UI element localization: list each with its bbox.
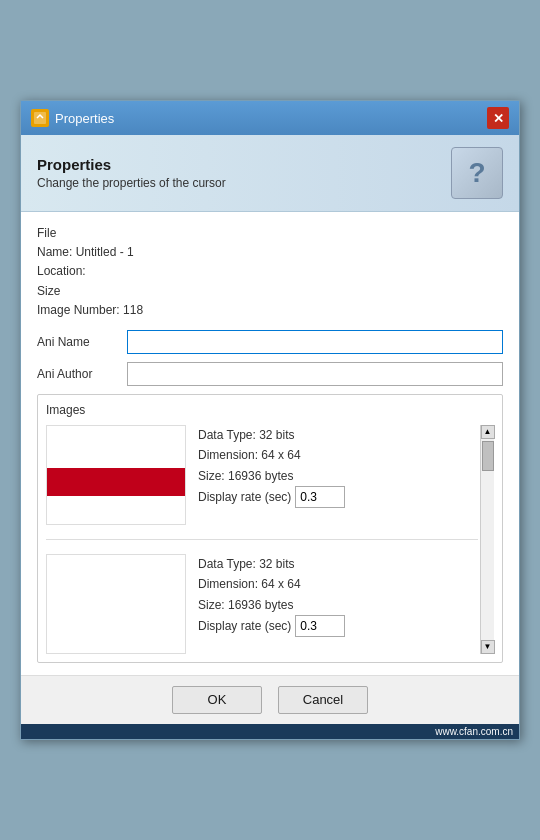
name-label: Name: Untitled - 1 (37, 243, 503, 262)
scroll-down-arrow[interactable]: ▼ (481, 640, 495, 654)
ani-author-input[interactable] (127, 362, 503, 386)
image-item-2: Data Type: 32 bits Dimension: 64 x 64 Si… (46, 554, 478, 654)
size-label: Size (37, 282, 503, 301)
close-button[interactable]: ✕ (487, 107, 509, 129)
size-1: Size: 16936 bytes (198, 466, 478, 486)
display-rate-label-2: Display rate (sec) (198, 616, 291, 636)
title-bar-text: Properties (55, 111, 114, 126)
display-rate-row-2: Display rate (sec) (198, 615, 478, 637)
title-bar-left: Properties (31, 109, 114, 127)
file-info-section: File Name: Untitled - 1 Location: Size I… (37, 224, 503, 320)
size-2: Size: 16936 bytes (198, 595, 478, 615)
cancel-button[interactable]: Cancel (278, 686, 368, 714)
image-item-1: Data Type: 32 bits Dimension: 64 x 64 Si… (46, 425, 478, 525)
images-wrapper: Data Type: 32 bits Dimension: 64 x 64 Si… (46, 425, 494, 654)
data-type-2: Data Type: 32 bits (198, 554, 478, 574)
divider-1 (46, 539, 478, 540)
red-bar (47, 468, 185, 496)
rate-input-1[interactable] (295, 486, 345, 508)
images-container: Data Type: 32 bits Dimension: 64 x 64 Si… (46, 425, 478, 654)
image-number-label: Image Number: 118 (37, 301, 503, 320)
scroll-thumb[interactable] (482, 441, 494, 471)
ok-button[interactable]: OK (172, 686, 262, 714)
image-thumb-2 (46, 554, 186, 654)
header-text: Properties Change the properties of the … (37, 156, 226, 190)
location-label: Location: (37, 262, 503, 281)
ani-name-row: Ani Name (37, 330, 503, 354)
header-section: Properties Change the properties of the … (21, 135, 519, 212)
display-rate-row-1: Display rate (sec) (198, 486, 478, 508)
header-subtitle: Change the properties of the cursor (37, 176, 226, 190)
title-bar: Properties ✕ (21, 101, 519, 135)
content-area: File Name: Untitled - 1 Location: Size I… (21, 212, 519, 675)
file-label: File (37, 224, 503, 243)
data-type-1: Data Type: 32 bits (198, 425, 478, 445)
dimension-1: Dimension: 64 x 64 (198, 445, 478, 465)
images-label: Images (46, 403, 494, 417)
image-info-2: Data Type: 32 bits Dimension: 64 x 64 Si… (198, 554, 478, 637)
ani-author-row: Ani Author (37, 362, 503, 386)
image-info-1: Data Type: 32 bits Dimension: 64 x 64 Si… (198, 425, 478, 508)
ani-author-label: Ani Author (37, 367, 127, 381)
dimension-2: Dimension: 64 x 64 (198, 574, 478, 594)
image-thumb-1 (46, 425, 186, 525)
svg-rect-0 (34, 112, 46, 124)
footer: OK Cancel (21, 675, 519, 724)
properties-dialog: Properties ✕ Properties Change the prope… (20, 100, 520, 740)
watermark: www.cfan.com.cn (21, 724, 519, 739)
ani-name-label: Ani Name (37, 335, 127, 349)
images-section: Images Data Type: 32 bits Dimension: 64 … (37, 394, 503, 663)
display-rate-label-1: Display rate (sec) (198, 487, 291, 507)
help-icon[interactable]: ? (451, 147, 503, 199)
rate-input-2[interactable] (295, 615, 345, 637)
app-icon (31, 109, 49, 127)
header-title: Properties (37, 156, 226, 173)
scrollbar[interactable]: ▲ ▼ (480, 425, 494, 654)
ani-name-input[interactable] (127, 330, 503, 354)
scroll-up-arrow[interactable]: ▲ (481, 425, 495, 439)
